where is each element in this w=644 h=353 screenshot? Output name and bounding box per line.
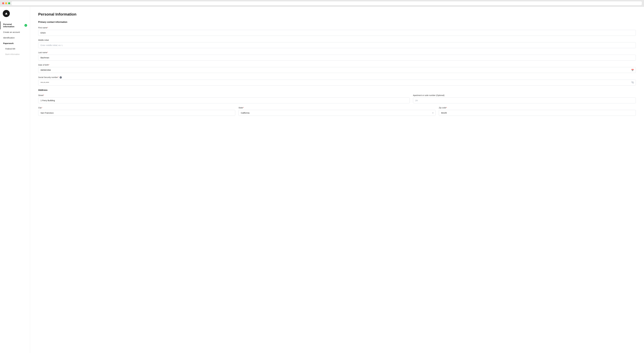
required-star: * <box>47 51 48 53</box>
browser-chrome <box>0 0 644 7</box>
primary-contact-section-title: Primary contact information <box>38 21 636 23</box>
ssn-label: Social Security number* i <box>38 76 636 78</box>
first-name-input[interactable] <box>38 30 636 36</box>
last-name-input[interactable] <box>38 55 636 60</box>
sidebar-item-label: Create an account <box>3 31 20 33</box>
ssn-input-wrapper <box>38 80 636 85</box>
sidebar-item-label: Personal information <box>3 23 23 28</box>
app-logo <box>3 10 10 17</box>
zip-label: Zip code* <box>439 107 636 109</box>
zip-group: Zip code* <box>439 107 636 119</box>
sidebar-item-bank-information[interactable]: Bank information <box>0 51 30 57</box>
required-star: * <box>47 26 48 29</box>
address-section-title: Address <box>38 89 636 91</box>
required-star: * <box>58 76 58 78</box>
dob-input-wrapper: 📅 <box>38 67 636 73</box>
last-name-label: Last name* <box>38 51 636 53</box>
first-name-group: First name* <box>38 26 636 36</box>
main-content: Personal Information Primary contact inf… <box>30 7 644 353</box>
page-title: Personal Information <box>38 12 636 16</box>
first-name-label: First name* <box>38 26 636 29</box>
minimize-button[interactable] <box>5 2 7 4</box>
dob-label: Date of birth* <box>38 64 636 66</box>
state-label: State* <box>238 107 436 109</box>
required-star: * <box>243 107 244 109</box>
required-star: * <box>43 94 44 96</box>
zip-input[interactable] <box>439 110 636 116</box>
state-select[interactable]: AlabamaAlaskaArizonaArkansasCaliforniaCo… <box>238 110 436 116</box>
required-star: * <box>42 107 42 109</box>
sidebar-item-paperwork[interactable]: Paperwork <box>0 40 30 46</box>
sidebar-item-identification[interactable]: Identification <box>0 35 30 40</box>
sidebar-item-personal-information[interactable]: Personal information <box>0 21 30 29</box>
city-state-zip-row: City* State* AlabamaAlaskaArizonaArkansa… <box>38 107 636 119</box>
ssn-info-icon[interactable]: i <box>60 76 62 78</box>
close-button[interactable] <box>2 2 4 4</box>
middle-initial-group: Middle initial <box>38 39 636 48</box>
required-star: * <box>48 64 49 66</box>
maximize-button[interactable] <box>8 2 10 4</box>
street-row: Street* Apartment or suite number (Optio… <box>38 94 636 107</box>
address-bar[interactable] <box>12 1 642 5</box>
city-group: City* <box>38 107 235 119</box>
state-select-wrapper: AlabamaAlaskaArizonaArkansasCaliforniaCo… <box>238 110 436 116</box>
sidebar-item-label: Federal W9 <box>5 48 15 50</box>
street-input[interactable] <box>38 97 410 103</box>
required-star: * <box>446 107 447 109</box>
check-icon <box>24 24 27 27</box>
apartment-label: Apartment or suite number (Optional) <box>413 94 636 96</box>
ssn-input[interactable] <box>38 80 636 85</box>
traffic-lights <box>2 2 10 4</box>
state-group: State* AlabamaAlaskaArizonaArkansasCalif… <box>238 107 436 119</box>
apartment-group: Apartment or suite number (Optional) <box>413 94 636 107</box>
sidebar: Personal information Create an account I… <box>0 7 30 353</box>
street-label: Street* <box>38 94 410 96</box>
city-label: City* <box>38 107 235 109</box>
sidebar-item-label: Paperwork <box>3 42 14 44</box>
calendar-icon[interactable]: 📅 <box>631 69 634 71</box>
last-name-group: Last name* <box>38 51 636 60</box>
middle-initial-label: Middle initial <box>38 39 636 41</box>
eye-slash-icon[interactable] <box>632 81 634 84</box>
logo-icon <box>5 12 8 14</box>
sidebar-item-create-an-account[interactable]: Create an account <box>0 29 30 35</box>
street-group: Street* <box>38 94 410 107</box>
middle-initial-input[interactable] <box>38 42 636 48</box>
dob-group: Date of birth* 📅 <box>38 64 636 73</box>
apartment-input[interactable] <box>413 97 636 103</box>
sidebar-item-label: Bank information <box>5 53 20 55</box>
logo-area <box>0 10 30 21</box>
dob-input[interactable] <box>38 67 636 73</box>
ssn-group: Social Security number* i <box>38 76 636 85</box>
sidebar-item-label: Identification <box>3 36 14 39</box>
sidebar-item-federal-w9[interactable]: Federal W9 <box>0 46 30 51</box>
app-container: Personal information Create an account I… <box>0 7 644 353</box>
city-input[interactable] <box>38 110 235 116</box>
